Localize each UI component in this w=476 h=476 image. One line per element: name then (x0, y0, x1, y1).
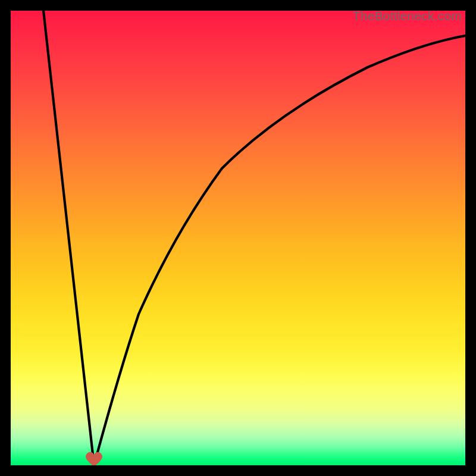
chart-curves (11, 11, 465, 465)
watermark-text: TheBottleneck.com (353, 9, 462, 23)
bottleneck-curve (43, 11, 465, 465)
chart-frame: TheBottleneck.com (11, 11, 465, 465)
